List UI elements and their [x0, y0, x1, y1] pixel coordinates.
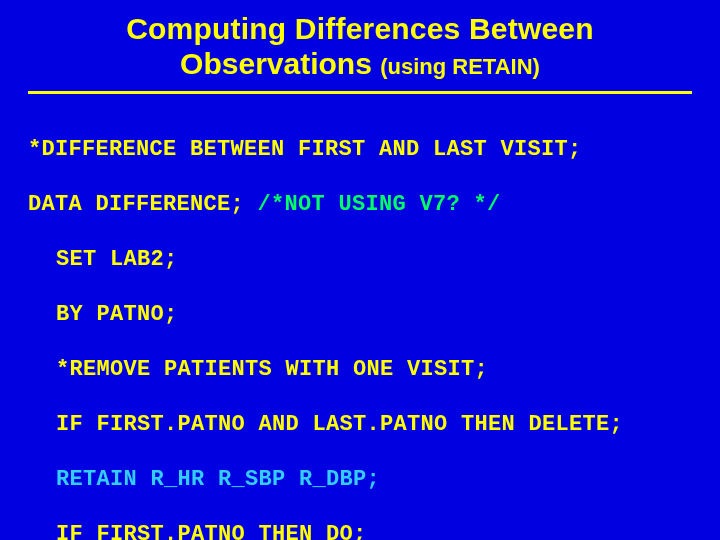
code-line-retain: RETAIN R_HR R_SBP R_DBP; [28, 466, 692, 494]
code-line: SET LAB2; [28, 246, 692, 274]
slide-title: Computing Differences Between Observatio… [28, 12, 692, 87]
code-comment: /*NOT USING V7? */ [258, 192, 501, 217]
title-line-2: Observations (using RETAIN) [68, 47, 652, 82]
code-text: DATA DIFFERENCE; [28, 192, 258, 217]
code-line: IF FIRST.PATNO AND LAST.PATNO THEN DELET… [28, 411, 692, 439]
slide: Computing Differences Between Observatio… [0, 0, 720, 540]
code-line: IF FIRST.PATNO THEN DO; [28, 521, 692, 541]
code-block: *DIFFERENCE BETWEEN FIRST AND LAST VISIT… [28, 108, 692, 540]
title-line-1: Computing Differences Between [68, 12, 652, 47]
code-line: *DIFFERENCE BETWEEN FIRST AND LAST VISIT… [28, 136, 692, 164]
code-line: DATA DIFFERENCE; /*NOT USING V7? */ [28, 191, 692, 219]
title-line-2-main: Observations [180, 47, 380, 80]
title-subtitle: (using RETAIN) [380, 54, 540, 79]
code-line: BY PATNO; [28, 301, 692, 329]
title-rule [28, 91, 692, 94]
code-line: *REMOVE PATIENTS WITH ONE VISIT; [28, 356, 692, 384]
